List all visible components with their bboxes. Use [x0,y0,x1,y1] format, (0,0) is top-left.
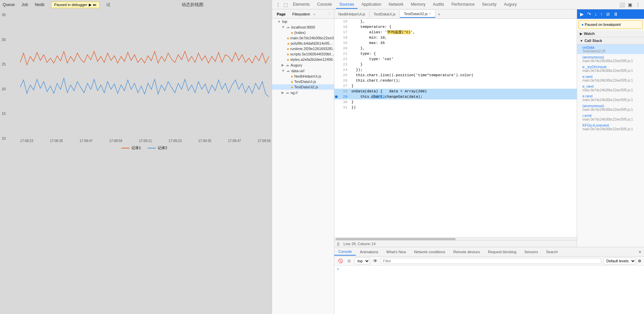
tab-application[interactable]: Application [358,1,385,9]
console-settings-icon[interactable]: ⚙ [638,259,641,263]
callstack-item-onevent[interactable]: KFGy.d.onevent main.0e7dc24b30bc22ee35f5… [577,122,644,132]
tree-label-scripts: scripts.5e1060544f339bf... [290,52,334,56]
tree-augury[interactable]: ▶ ☁ Augury [272,62,334,68]
console-tab-whatsnew[interactable]: What's New [382,249,410,255]
debug-deactivate-btn[interactable]: ⊘ [605,11,611,17]
tab-memory[interactable]: Memory [408,1,429,9]
debug-stepin-btn[interactable]: ↓ [594,11,598,17]
console-filter-input[interactable] [381,258,601,264]
line-num-18[interactable]: 18 [338,35,350,40]
tree-top[interactable]: ▼ top [272,19,334,24]
callstack-item-tryunsub[interactable]: e._tryOrUnsub main.0e7dc24b30bc22ee35f5.… [577,64,644,74]
line-num-21[interactable]: 21 [338,51,350,56]
code-editor[interactable]: 15 }, 16 temperature: { [334,19,577,237]
callstack-item-enext3[interactable]: e.next main.0e7dc24b30bc22ee35f5.js:1 [577,93,644,103]
code-tab-more[interactable]: » [435,11,443,17]
console-tab-remotedevices[interactable]: Remote devices [449,249,484,255]
console-top-btn[interactable]: ⊙ [346,258,352,264]
tree-index[interactable]: ■ (index) [272,30,334,35]
line-num-26[interactable]: 26 [338,78,350,83]
line-num-31[interactable]: 31 [338,105,350,110]
callstack-item-anon1[interactable]: (anonymous) main.0e7dc24b30bc22ee35f5.js… [577,54,644,64]
console-tab-console[interactable]: Console [334,248,356,256]
line-num-17[interactable]: 17 [338,30,350,35]
line-num-19[interactable]: 19 [338,40,350,46]
line-num-24[interactable]: 24 [338,67,350,73]
tree-polyfills[interactable]: ■ polyfills.b4dafd2614e95... [272,41,334,46]
console-close-btn[interactable]: × [636,248,644,256]
tab-elements[interactable]: Elements [290,1,313,9]
line-num-25[interactable]: 25 [338,73,350,78]
debug-stepout-btn[interactable]: ↑ [599,11,604,17]
file-tree-tab-filesystem[interactable]: Filesystem [290,11,312,17]
console-levels-select[interactable]: Default levels [603,258,636,264]
debug-pause-btn[interactable]: ⏸ [612,11,619,17]
tree-scripts[interactable]: ■ scripts.5e1060544f339bf... [272,51,334,57]
line-num-23[interactable]: 23 [338,62,350,67]
dock-side-icon[interactable]: ▣ [627,1,633,8]
step-icon[interactable]: ⏭ [93,3,97,7]
console-eye-btn[interactable]: 👁 [372,258,379,264]
code-tab-label-testdataui2: TestDataUi2.js [404,12,428,16]
code-tab-close-testdataui2[interactable]: × [429,12,431,15]
console-tab-sensors[interactable]: Sensors [520,249,542,255]
file-tree-tab-page[interactable]: Page [275,11,288,17]
debug-resume-btn[interactable]: ▶ [579,11,585,17]
file-tree-more[interactable]: » [313,12,315,16]
line-num-20[interactable]: 20 [338,46,350,51]
header-queue[interactable]: Queue [3,2,15,7]
callstack-section-header[interactable]: ▼ Call Stack [577,37,644,44]
devtools-inspect-icon[interactable]: ⬚ [282,1,289,8]
more-icon[interactable]: ⋮ [635,1,641,8]
tree-data-ui[interactable]: ▼ ☁ data-ui// [272,68,334,74]
callstack-item-enext1[interactable]: e.next main.0e7dc24b30bc22ee35f5.js:1 [577,74,644,83]
tree-ng[interactable]: ▶ ☁ ng:// [272,90,334,95]
tab-security[interactable]: Security [479,1,500,9]
tab-sources[interactable]: Sources [336,1,357,9]
tree-styles[interactable]: ■ styles.a2efa2b2dee12406... [272,57,334,62]
console-tab-search[interactable]: Search [542,249,562,255]
console-tab-animations[interactable]: Animations [356,249,382,255]
line-num-22[interactable]: 22 [338,56,350,62]
tab-augury[interactable]: Augury [501,1,520,9]
console-prompt-symbol[interactable]: > [337,267,339,271]
console-clear-btn[interactable]: 🚫 [337,258,344,264]
tree-testdataui[interactable]: ■ TestDataUi.js [272,79,334,84]
cloud-icon-ng: ☁ [286,90,289,95]
console-context-select[interactable]: top [354,258,370,264]
tab-performance[interactable]: Performance [448,1,478,9]
callstack-item-ondata[interactable]: onData TestDataUi2:29 [577,44,644,54]
line-num-28[interactable]: 28 [338,89,350,94]
callstack-item-remit[interactable]: r.emit main.0e7dc24b30bc22ee35f5.js:1 [577,113,644,122]
code-tab-testdataui[interactable]: TestDataUi.js [370,11,400,17]
console-tab-networkconditions[interactable]: Network conditions [410,249,449,255]
callstack-item-enext2[interactable]: e_next main.0e7dc24b30bc22ee35f5.js:1 [577,83,644,93]
watch-section-header[interactable]: ▶ Watch [577,30,644,37]
tab-audits[interactable]: Audits [429,1,447,9]
tab-network[interactable]: Network [385,1,407,9]
tree-testdataui2[interactable]: ■ TestDataUi2.js [272,84,334,90]
header-nedb[interactable]: Nedb [35,2,44,7]
debug-stepover-btn[interactable]: ↷ [586,11,592,17]
line-num-29[interactable]: 29 [338,94,350,99]
code-tab-nedbhelper[interactable]: NedbHelperUi.js [334,11,370,17]
line-num-30[interactable]: 30 [338,99,350,105]
tree-localhost[interactable]: ▼ ☁ localhost:9000 [272,24,334,30]
tab-console[interactable]: Console [314,1,335,9]
statusbar-braces[interactable]: {} [337,242,339,246]
callstack-item-anon2[interactable]: (anonymous) main.0e7dc24b30bc22ee35f5.js… [577,103,644,113]
dock-icon[interactable]: ⬜ [618,1,625,8]
tree-main[interactable]: ■ main.0e7dc24b30bc22ee35f... [272,35,334,41]
code-tab-testdataui2[interactable]: TestDataUi2.js × [400,10,435,18]
line-num-16[interactable]: 16 [338,24,350,30]
line-num-15[interactable]: 15 [338,19,350,24]
play-icon[interactable]: ▶ [89,3,91,7]
code-scrollbar[interactable] [334,237,577,240]
header-job[interactable]: Job [22,2,28,7]
line-num-27[interactable]: 27 [338,83,350,89]
tree-nedbhelper[interactable]: ■ NedbHelperUi.js [272,74,334,79]
console-tab-requestblocking[interactable]: Request blocking [484,249,520,255]
tree-runtime[interactable]: ■ runtime.2f29e12616932f0... [272,46,334,51]
devtools-menu-icon[interactable]: ⋮ [275,1,281,8]
file-tree-options[interactable]: ⋮ [328,12,331,16]
